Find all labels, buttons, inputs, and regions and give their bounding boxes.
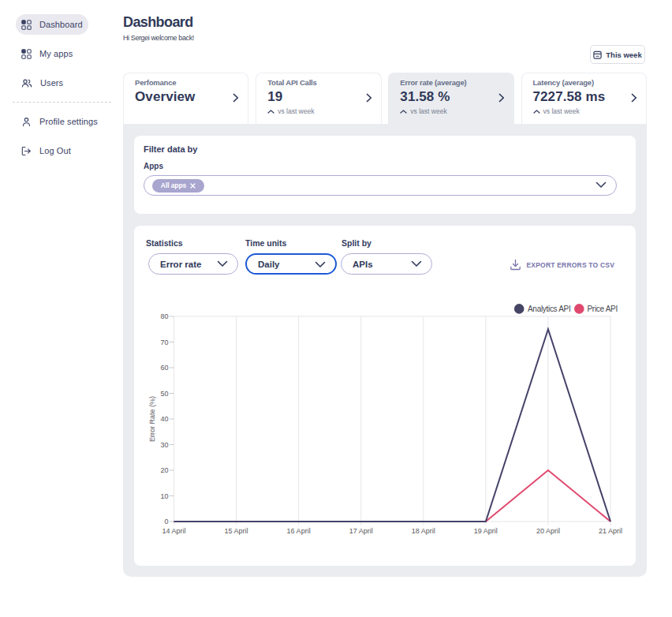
svg-text:16 April: 16 April [287, 527, 311, 535]
svg-text:70: 70 [160, 338, 168, 346]
svg-text:15 April: 15 April [225, 527, 248, 535]
svg-text:20: 20 [160, 466, 168, 474]
svg-text:21 April: 21 April [599, 527, 622, 535]
svg-text:Analytics API: Analytics API [528, 305, 570, 313]
svg-text:18 April: 18 April [412, 527, 435, 535]
svg-text:0: 0 [164, 518, 168, 525]
svg-text:30: 30 [160, 441, 168, 449]
svg-text:Price API: Price API [588, 305, 618, 313]
svg-text:80: 80 [160, 312, 168, 320]
svg-text:17 April: 17 April [349, 527, 373, 535]
svg-text:60: 60 [160, 364, 168, 372]
svg-text:50: 50 [160, 390, 168, 398]
svg-text:10: 10 [160, 492, 168, 500]
svg-text:Error Rate (%): Error Rate (%) [148, 396, 156, 442]
svg-text:20 April: 20 April [536, 527, 560, 535]
svg-text:40: 40 [160, 415, 168, 423]
svg-text:19 April: 19 April [474, 527, 498, 535]
svg-text:14 April: 14 April [162, 527, 185, 535]
